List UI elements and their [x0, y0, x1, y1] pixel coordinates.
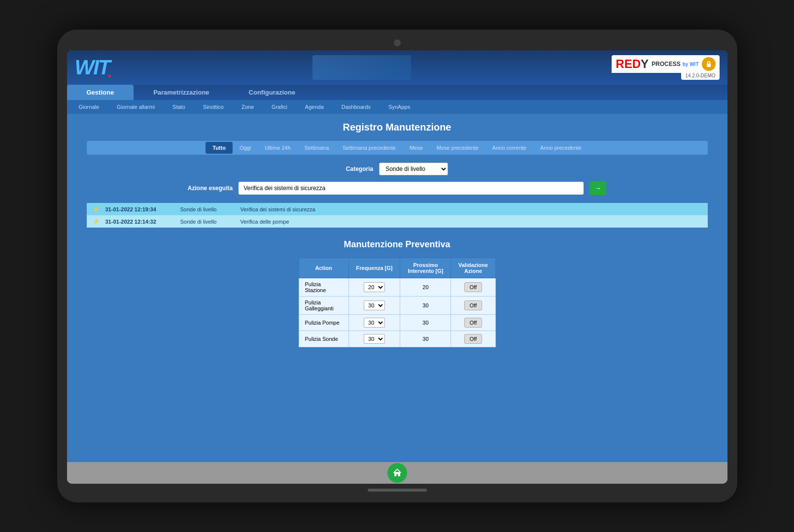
cell-freq-2: 20 30 — [348, 297, 400, 315]
category-select[interactable]: Sonde di livello — [379, 163, 448, 175]
col-validazione: ValidazioneAzione — [451, 258, 495, 278]
subnav-synapps[interactable]: SynApps — [380, 102, 418, 112]
validazione-btn-4[interactable]: Off — [464, 334, 482, 344]
version-label: 14.2.0-DEMO — [681, 73, 719, 80]
main-nav: Gestione Parametrizzazione Configurazion… — [67, 85, 727, 100]
subnav-agenda[interactable]: Agenda — [297, 102, 332, 112]
header-decoration — [312, 55, 411, 80]
home-icon — [392, 468, 402, 478]
filter-mese[interactable]: Mese — [403, 142, 430, 154]
tablet-home-bar — [368, 489, 427, 492]
sub-nav: Giornale Giornale allarmi Stato Sinottic… — [67, 100, 727, 114]
subnav-giornale-allarmi[interactable]: Giornale allarmi — [109, 102, 163, 112]
cell-action-2: PuliziaGalleggianti — [299, 297, 348, 315]
table-row: ⚡ 31-01-2022 12:14:32 Sonde di livello V… — [87, 215, 708, 228]
manutenzione-table-wrap: Action Frequenza [G] ProssimoIntervento … — [87, 258, 708, 347]
filter-oggi[interactable]: Oggi — [233, 142, 258, 154]
lock-icon — [702, 57, 716, 71]
logo-wit-small: by WIT — [683, 62, 699, 67]
subnav-giornale[interactable]: Giornale — [71, 102, 107, 112]
subnav-dashboards[interactable]: Dashboards — [334, 102, 379, 112]
filter-mese-prec[interactable]: Mese precedente — [430, 142, 485, 154]
lock-svg — [705, 61, 712, 67]
cell-valid-2: Off — [451, 297, 495, 315]
cell-freq-1: 20 30 — [348, 278, 400, 297]
category-label: Categoria — [346, 166, 373, 172]
home-button[interactable] — [387, 463, 407, 483]
tablet-frame: WIT ● RED Y PROCESS by WIT — [57, 30, 737, 502]
col-frequenza: Frequenza [G] — [348, 258, 400, 278]
row-icon-1: ⚡ — [93, 206, 100, 212]
category-row: Categoria Sonde di livello — [87, 163, 708, 175]
time-filter-bar: Tutto Oggi Ultime 24h Settimana Settiman… — [87, 141, 708, 155]
logo-redy-y: Y — [641, 57, 649, 71]
logo-dot: ● — [107, 72, 111, 79]
registro-table: ⚡ 31-01-2022 12:19:34 Sonde di livello V… — [87, 203, 708, 228]
freq-select-4[interactable]: 20 30 — [364, 334, 385, 344]
table-row: Pulizia Sonde 20 30 30 Off — [299, 331, 495, 347]
action-row: Azione eseguita → — [87, 181, 708, 195]
validazione-btn-1[interactable]: Off — [464, 282, 482, 292]
filter-tutto[interactable]: Tutto — [206, 142, 233, 154]
table-row: PuliziaStazione 20 30 20 Off — [299, 278, 495, 297]
cell-action-3: Pulizia Pompe — [299, 315, 348, 331]
validazione-btn-3[interactable]: Off — [464, 318, 482, 328]
subnav-stato[interactable]: Stato — [165, 102, 193, 112]
filter-anno-corrente[interactable]: Anno corrente — [485, 142, 533, 154]
filter-settimana[interactable]: Settimana — [298, 142, 336, 154]
cell-valid-1: Off — [451, 278, 495, 297]
freq-select-2[interactable]: 20 30 — [364, 300, 385, 310]
cell-valid-4: Off — [451, 331, 495, 347]
tablet-screen: WIT ● RED Y PROCESS by WIT — [67, 50, 727, 484]
action-label: Azione eseguita — [188, 185, 233, 192]
nav-configurazione[interactable]: Configurazione — [229, 85, 315, 100]
logo-process-text: PROCESS — [652, 61, 681, 67]
nav-parametrizzazione[interactable]: Parametrizzazione — [134, 85, 229, 100]
cell-valid-3: Off — [451, 315, 495, 331]
cell-action-4: Pulizia Sonde — [299, 331, 348, 347]
row-date-2: 31-01-2022 12:14:32 — [105, 219, 174, 225]
subnav-grafici[interactable]: Grafici — [264, 102, 295, 112]
row-icon-2: ⚡ — [93, 218, 100, 225]
cell-freq-3: 20 30 — [348, 315, 400, 331]
subnav-sinottico[interactable]: Sinottico — [195, 102, 232, 112]
redy-logo-box: RED Y PROCESS by WIT — [612, 55, 719, 73]
registro-title: Registro Manutenzione — [87, 122, 708, 133]
cell-prossimo-4: 30 — [400, 331, 451, 347]
table-row: Pulizia Pompe 20 30 30 Off — [299, 315, 495, 331]
nav-gestione[interactable]: Gestione — [67, 85, 134, 100]
wit-logo: WIT ● — [75, 56, 111, 79]
cell-prossimo-2: 30 — [400, 297, 451, 315]
row-cat-1: Sonde di livello — [180, 206, 235, 212]
filter-ultime24h[interactable]: Ultime 24h — [258, 142, 298, 154]
svg-rect-0 — [707, 64, 711, 67]
row-action-1: Verifica dei sistemi di sicurezza — [241, 206, 315, 212]
action-submit-button[interactable]: → — [589, 181, 606, 195]
subnav-zone[interactable]: Zone — [234, 102, 262, 112]
validazione-btn-2[interactable]: Off — [464, 300, 482, 310]
manutenzione-table: Action Frequenza [G] ProssimoIntervento … — [299, 258, 496, 347]
action-input[interactable] — [239, 182, 584, 195]
row-date-1: 31-01-2022 12:19:34 — [105, 206, 174, 212]
header: WIT ● RED Y PROCESS by WIT — [67, 50, 727, 85]
bottom-bar — [67, 462, 727, 484]
freq-select-1[interactable]: 20 30 — [364, 282, 385, 292]
table-row: ⚡ 31-01-2022 12:19:34 Sonde di livello V… — [87, 203, 708, 215]
freq-select-3[interactable]: 20 30 — [364, 318, 385, 328]
col-prossimo: ProssimoIntervento [G] — [400, 258, 451, 278]
cell-action-1: PuliziaStazione — [299, 278, 348, 297]
filter-settimana-prec[interactable]: Settimana precedente — [336, 142, 403, 154]
manutenzione-title: Manutenzione Preventiva — [87, 239, 708, 250]
row-cat-2: Sonde di livello — [180, 219, 235, 225]
row-action-2: Verifica delle pompe — [241, 219, 289, 225]
cell-prossimo-3: 30 — [400, 315, 451, 331]
redy-logo: RED Y PROCESS by WIT 14.2.0-DEMO — [612, 55, 719, 80]
filter-anno-prec[interactable]: Anno precedente — [533, 142, 588, 154]
logo-redy-r: RED — [616, 57, 641, 71]
header-center — [111, 55, 612, 80]
table-row: PuliziaGalleggianti 20 30 30 Off — [299, 297, 495, 315]
content-area: Registro Manutenzione Tutto Oggi Ultime … — [67, 114, 727, 462]
tablet-camera — [394, 39, 401, 46]
table-header-row: Action Frequenza [G] ProssimoIntervento … — [299, 258, 495, 278]
col-action: Action — [299, 258, 348, 278]
